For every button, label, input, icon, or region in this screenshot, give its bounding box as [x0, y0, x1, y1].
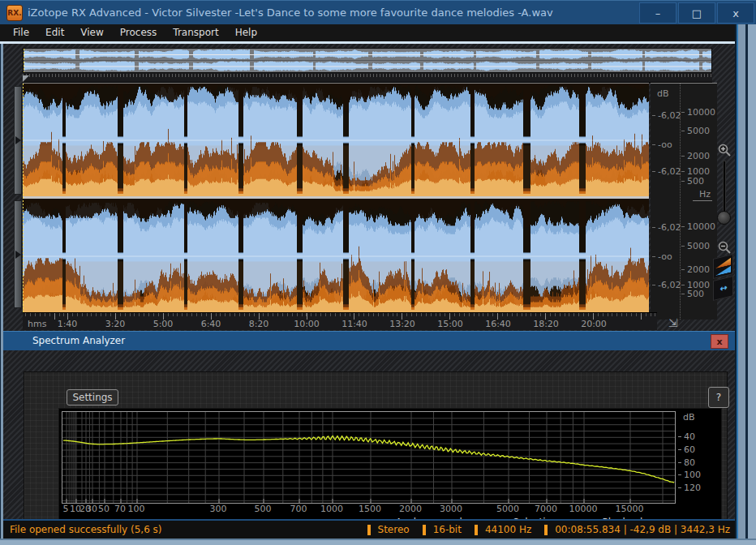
time-ruler[interactable]: hms 1:40 3:20 5:00 6:40 8:20 10:00 11:40…: [23, 312, 657, 330]
menu-file[interactable]: File: [5, 24, 37, 41]
menu-bar: File Edit View Process Transport Help: [0, 24, 756, 41]
db-tick: 60: [678, 444, 695, 455]
settings-button[interactable]: Settings: [67, 389, 118, 406]
freq-tick: 70: [114, 504, 126, 514]
freq-tick: 50: [98, 504, 110, 514]
spectrum-close-button[interactable]: x: [711, 334, 728, 349]
freq-tick: 10000: [569, 504, 598, 514]
status-bar: File opened successfully (5,6 s) Stereo …: [3, 519, 735, 539]
maximize-button[interactable]: □: [678, 2, 715, 24]
amplitude-unit-label: dB: [657, 88, 669, 99]
frequency-unit-label: Hz: [693, 189, 712, 201]
overview-waveform[interactable]: [23, 48, 712, 73]
spectrum-analyzer-title: Spectrum Analyzer: [32, 335, 125, 346]
time-ruler-unit: hms: [28, 319, 46, 329]
time-label: 18:20: [533, 319, 559, 329]
channel-2-selector[interactable]: [14, 200, 22, 308]
close-button[interactable]: x: [717, 2, 754, 24]
spectrum-analyzer-titlebar[interactable]: Spectrum Analyzer x: [3, 331, 735, 350]
spectrum-db-unit-label: dB: [683, 412, 695, 423]
freq-tick: 5000: [496, 504, 519, 514]
channel-2-arrow-icon: [15, 251, 21, 259]
resize-handle-icon[interactable]: ⇲: [668, 316, 678, 329]
time-label: 11:40: [341, 319, 367, 329]
channel-1-selector[interactable]: [14, 86, 22, 195]
status-position: 00:08:55.834 | -42,9 dB | 3442,3 Hz: [544, 524, 730, 535]
time-label: 20:00: [581, 319, 607, 329]
amp-label: -oo: [652, 251, 672, 262]
freq-label: 2000: [681, 264, 710, 275]
db-tick: 100: [678, 470, 701, 480]
spectrogram-wedge-icon: [715, 258, 731, 269]
amp-label: -6,02: [652, 166, 681, 177]
window-frame-bottom: [0, 539, 756, 545]
amp-label: -6,02: [652, 110, 681, 121]
help-button[interactable]: ?: [708, 387, 729, 408]
freq-tick: 100: [128, 504, 145, 514]
time-label: 1:40: [58, 319, 78, 329]
freq-tick: 700: [290, 504, 307, 514]
spectrum-plot-box: dB 40 60 80 100 120 5 10 20 30 50 70 100…: [58, 408, 722, 534]
freq-tick: 1000: [320, 504, 343, 514]
status-channels: Stereo: [367, 524, 410, 535]
overview-ruler[interactable]: [23, 73, 712, 83]
amp-label: -6,02: [652, 280, 681, 290]
freq-tick: 30: [86, 504, 97, 514]
freq-tick: 5: [63, 504, 69, 514]
spectrogram-canvas[interactable]: [23, 84, 649, 312]
freq-tick: 1500: [359, 504, 381, 514]
status-info: Stereo 16-bit 44100 Hz 00:08:55.834 | -4…: [354, 521, 730, 539]
window-frame-right: [735, 24, 756, 539]
zoom-slider-handle[interactable]: [717, 211, 731, 225]
time-label: 10:00: [294, 319, 320, 329]
playhead-marker[interactable]: [23, 75, 29, 82]
freq-label: 500: [681, 176, 704, 187]
time-label: 6:40: [201, 319, 221, 329]
time-label: 15:00: [437, 319, 463, 329]
freq-label: 10000: [681, 221, 715, 232]
amp-label: -6,02: [652, 222, 681, 233]
status-sample-rate: 44100 Hz: [475, 524, 531, 535]
freq-tick: 7000: [535, 504, 557, 514]
window-frame-left: [0, 44, 3, 539]
status-bit-depth: 16-bit: [423, 524, 462, 535]
overview-canvas[interactable]: [24, 49, 711, 72]
freq-tick: 2000: [399, 504, 422, 514]
time-label: 16:40: [485, 319, 511, 329]
db-tick: 120: [678, 483, 701, 493]
zoom-in-icon[interactable]: [717, 143, 732, 157]
freq-label: 5000: [681, 241, 710, 251]
menu-transport[interactable]: Transport: [165, 24, 226, 41]
channel-1-arrow-icon: [15, 136, 21, 144]
title-bar: RX. iZotope RX Advanced - Victor Silvest…: [0, 0, 756, 24]
amp-label: -oo: [652, 139, 672, 150]
spectrum-plot[interactable]: [62, 411, 676, 504]
freq-label: 2000: [681, 151, 710, 161]
menu-process[interactable]: Process: [112, 24, 165, 41]
window-controls: – □ x: [639, 2, 754, 24]
spectrogram-view[interactable]: [23, 83, 649, 313]
window-title: iZotope RX Advanced - Victor Silvester -…: [28, 1, 553, 25]
menu-help[interactable]: Help: [227, 24, 265, 41]
status-message: File opened successfully (5,6 s): [10, 521, 162, 539]
time-label: 13:20: [389, 319, 415, 329]
waveform-icon: ↔: [719, 282, 726, 294]
spectrum-analyzer-content: Settings ? dB 40 60 80 100 120 5 10 20 3…: [24, 371, 728, 535]
time-label: 5:00: [153, 319, 174, 329]
spectrum-analyzer-panel: Spectrum Analyzer x Settings ? dB 40 60 …: [3, 331, 735, 519]
app-window: RX. iZotope RX Advanced - Victor Silvest…: [0, 0, 756, 545]
spectrum-analyzer-body: Settings ? dB 40 60 80 100 120 5 10 20 3…: [3, 350, 735, 519]
rx-app-icon: RX.: [6, 5, 23, 21]
menu-edit[interactable]: Edit: [37, 24, 72, 41]
scale-panel: dB -6,02 -oo -6,02 -6,02 -oo -6,02 10000…: [651, 83, 717, 320]
db-tick: 80: [678, 457, 695, 468]
freq-label: 5000: [681, 126, 710, 136]
db-tick: 40: [678, 431, 695, 442]
freq-label: 500: [681, 289, 704, 299]
freq-tick: 3000: [440, 504, 462, 514]
menu-view[interactable]: View: [72, 24, 111, 41]
minimize-button[interactable]: –: [639, 2, 677, 24]
zoom-out-icon[interactable]: [717, 240, 732, 255]
freq-tick: 300: [210, 504, 227, 514]
time-label: 8:20: [249, 319, 269, 329]
